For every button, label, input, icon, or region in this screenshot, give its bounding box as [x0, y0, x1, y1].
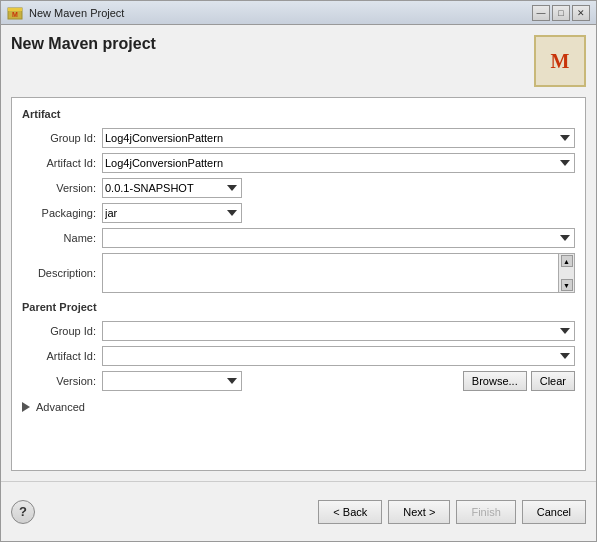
title-bar: M New Maven Project — □ ✕	[1, 1, 596, 25]
packaging-label: Packaging:	[22, 207, 102, 219]
parent-artifact-id-row: Artifact Id:	[22, 346, 575, 366]
window-title: New Maven Project	[29, 7, 532, 19]
parent-artifact-id-input[interactable]	[102, 346, 575, 366]
clear-button[interactable]: Clear	[531, 371, 575, 391]
window-controls: — □ ✕	[532, 5, 590, 21]
browse-button[interactable]: Browse...	[463, 371, 527, 391]
form-area: Artifact Group Id: Log4jConversionPatter…	[11, 97, 586, 471]
description-label: Description:	[22, 267, 102, 279]
artifact-id-row: Artifact Id: Log4jConversionPattern	[22, 153, 575, 173]
advanced-section[interactable]: Advanced	[22, 401, 575, 413]
version-label: Version:	[22, 182, 102, 194]
dialog-title: New Maven project	[11, 35, 156, 53]
version-row: Version: 0.0.1-SNAPSHOT	[22, 178, 575, 198]
parent-version-row: Version: Browse... Clear	[22, 371, 575, 391]
group-id-row: Group Id: Log4jConversionPattern	[22, 128, 575, 148]
maximize-button[interactable]: □	[552, 5, 570, 21]
footer-buttons: < Back Next > Finish Cancel	[318, 500, 586, 524]
cancel-button[interactable]: Cancel	[522, 500, 586, 524]
scroll-up-arrow[interactable]: ▲	[561, 255, 573, 267]
main-window: M New Maven Project — □ ✕ New Maven proj…	[0, 0, 597, 542]
description-row: Description: ▲ ▼	[22, 253, 575, 293]
back-button[interactable]: < Back	[318, 500, 382, 524]
parent-section-label: Parent Project	[22, 301, 575, 313]
name-label: Name:	[22, 232, 102, 244]
close-button[interactable]: ✕	[572, 5, 590, 21]
dialog-footer: ? < Back Next > Finish Cancel	[1, 481, 596, 541]
parent-artifact-id-label: Artifact Id:	[22, 350, 102, 362]
dialog-content: New Maven project M Artifact Group Id: L…	[1, 25, 596, 481]
parent-version-select[interactable]	[102, 371, 242, 391]
scroll-down-arrow[interactable]: ▼	[561, 279, 573, 291]
parent-group-id-row: Group Id:	[22, 321, 575, 341]
dialog-header: New Maven project M	[11, 35, 586, 87]
description-scrollbar: ▲ ▼	[558, 254, 574, 292]
artifact-id-input[interactable]: Log4jConversionPattern	[102, 153, 575, 173]
advanced-toggle-icon	[22, 402, 30, 412]
version-select[interactable]: 0.0.1-SNAPSHOT	[102, 178, 242, 198]
parent-version-label: Version:	[22, 375, 102, 387]
window-icon: M	[7, 5, 23, 21]
description-wrapper: ▲ ▼	[102, 253, 575, 293]
advanced-label: Advanced	[36, 401, 85, 413]
name-input[interactable]	[102, 228, 575, 248]
next-button[interactable]: Next >	[388, 500, 450, 524]
maven-logo: M	[534, 35, 586, 87]
group-id-label: Group Id:	[22, 132, 102, 144]
artifact-section-label: Artifact	[22, 108, 575, 120]
parent-group-id-label: Group Id:	[22, 325, 102, 337]
name-row: Name:	[22, 228, 575, 248]
svg-text:M: M	[12, 11, 18, 18]
minimize-button[interactable]: —	[532, 5, 550, 21]
parent-group-id-input[interactable]	[102, 321, 575, 341]
packaging-select[interactable]: jar	[102, 203, 242, 223]
description-input[interactable]	[103, 254, 558, 292]
help-button[interactable]: ?	[11, 500, 35, 524]
artifact-id-label: Artifact Id:	[22, 157, 102, 169]
packaging-row: Packaging: jar	[22, 203, 575, 223]
finish-button[interactable]: Finish	[456, 500, 515, 524]
group-id-input[interactable]: Log4jConversionPattern	[102, 128, 575, 148]
